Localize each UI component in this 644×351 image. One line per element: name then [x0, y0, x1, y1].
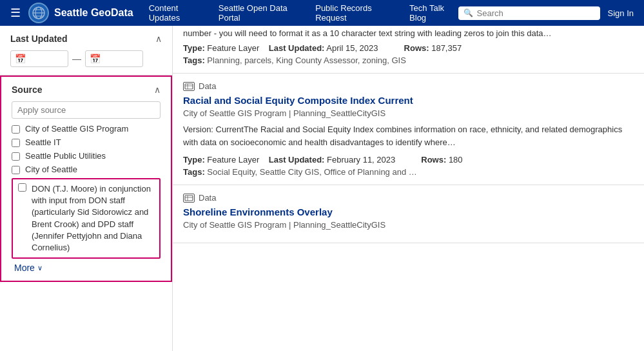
source-city-label: City of Seattle — [25, 165, 77, 174]
nav-tech-talk[interactable]: Tech Talk Blog — [409, 3, 458, 23]
checkbox-spu[interactable] — [12, 152, 20, 161]
source-checkbox-spu: Seattle Public Utilities — [12, 151, 161, 161]
more-chevron-icon: ∨ — [37, 264, 43, 272]
svg-rect-5 — [185, 84, 193, 89]
apply-source-input[interactable] — [12, 101, 161, 119]
calendar-to-icon: 📅 — [90, 54, 101, 64]
checkbox-don[interactable] — [18, 183, 26, 192]
search-input[interactable] — [477, 8, 593, 18]
source-spu-label: Seattle Public Utilities — [25, 151, 106, 161]
data-badge-0: Data — [183, 81, 634, 91]
last-updated-chevron[interactable]: ∧ — [155, 34, 162, 44]
updated-value-0: February 11, 2023 — [327, 155, 395, 165]
source-chevron[interactable]: ∧ — [154, 85, 161, 95]
partial-updated-label: Last Updated: — [269, 43, 325, 53]
rows-label-0: Rows: — [421, 155, 446, 165]
source-gis-label: City of Seattle GIS Program — [25, 124, 128, 134]
updated-label-0: Last Updated: — [269, 155, 325, 165]
result-card-1: Data Shoreline Environments Overlay City… — [173, 185, 644, 243]
rows-value-0: 180 — [449, 155, 463, 165]
last-updated-title: Last Updated — [10, 34, 68, 44]
result-source-0: City of Seattle GIS Program | Planning_S… — [183, 108, 634, 118]
checkbox-city[interactable] — [12, 166, 20, 174]
partial-rows: Rows: 187,357 — [404, 43, 462, 53]
partial-type-label: Type: — [183, 43, 205, 53]
result-source-1: City of Seattle GIS Program | Planning_S… — [183, 220, 634, 230]
nav-open-data[interactable]: Seattle Open Data Portal — [219, 3, 302, 23]
main-nav: Content Updates Seattle Open Data Portal… — [149, 3, 458, 23]
partial-rows-value: 187,357 — [431, 43, 462, 53]
source-checkbox-gis: City of Seattle GIS Program — [12, 124, 161, 134]
sign-in-link[interactable]: Sign In — [608, 8, 634, 18]
sidebar: Last Updated ∧ 📅 — 📅 Source ∧ — [0, 26, 173, 351]
partial-tags-label: Tags: — [183, 55, 205, 65]
result-meta-0: Type: Feature Layer Last Updated: Februa… — [183, 155, 634, 165]
search-icon: 🔍 — [463, 8, 473, 17]
source-it-label: Seattle IT — [25, 137, 61, 147]
source-header: Source ∧ — [12, 85, 161, 95]
result-meta-right-0: Rows: 180 — [421, 155, 462, 165]
source-don-label: DON (T.J. Moore) in conjunction with inp… — [32, 183, 154, 254]
partial-rows-label: Rows: — [404, 43, 429, 53]
checkbox-it[interactable] — [12, 139, 20, 147]
date-separator: — — [72, 54, 81, 64]
site-logo — [28, 3, 49, 23]
hamburger-icon[interactable]: ☰ — [10, 6, 21, 20]
partial-card: number - you will need to format it as a… — [173, 26, 644, 74]
source-checkbox-it: Seattle IT — [12, 137, 161, 147]
date-range: 📅 — 📅 — [10, 50, 162, 67]
data-badge-1: Data — [183, 193, 634, 203]
last-updated-header: Last Updated ∧ — [10, 34, 162, 44]
result-meta-left-0: Type: Feature Layer Last Updated: Februa… — [183, 155, 395, 165]
header: ☰ Seattle GeoData Content Updates Seattl… — [0, 0, 644, 26]
site-title: Seattle GeoData — [54, 7, 133, 19]
result-title-1[interactable]: Shoreline Environments Overlay — [183, 206, 634, 217]
date-to-input[interactable]: 📅 — [85, 50, 143, 67]
tags-value-0: Social Equity, Seattle City GIS, Office … — [207, 167, 416, 177]
source-title: Source — [12, 85, 42, 95]
data-label-1: Data — [199, 193, 216, 203]
nav-content-updates[interactable]: Content Updates — [149, 3, 206, 23]
partial-meta-row: Type: Feature Layer Last Updated: April … — [183, 43, 634, 53]
tags-row-0: Tags: Social Equity, Seattle City GIS, O… — [183, 167, 634, 177]
svg-rect-8 — [185, 196, 193, 201]
search-box[interactable]: 🔍 — [458, 6, 600, 20]
result-title-0[interactable]: Racial and Social Equity Composite Index… — [183, 95, 634, 106]
main-layout: Last Updated ∧ 📅 — 📅 Source ∧ — [0, 26, 644, 351]
calendar-from-icon: 📅 — [15, 54, 26, 64]
date-from-input[interactable]: 📅 — [10, 50, 68, 67]
partial-type-value: Feature Layer — [207, 43, 259, 53]
data-icon-0 — [183, 82, 195, 91]
more-link[interactable]: More ∨ — [12, 263, 161, 273]
data-label-0: Data — [199, 81, 216, 91]
tags-label-0: Tags: — [183, 167, 205, 177]
data-icon-1 — [183, 194, 195, 203]
nav-public-records[interactable]: Public Records Request — [315, 3, 396, 23]
content-area: number - you will need to format it as a… — [173, 26, 644, 351]
logo-area: Seattle GeoData — [28, 3, 133, 23]
partial-updated-value: April 15, 2023 — [326, 43, 378, 53]
type-value-0: Feature Layer — [207, 155, 259, 165]
result-desc-0: Version: CurrentThe Racial and Social Eq… — [183, 123, 634, 148]
source-section: Source ∧ City of Seattle GIS Program Sea… — [0, 75, 172, 282]
partial-tags: Tags: Planning, parcels, King County Ass… — [183, 55, 634, 65]
partial-type: Type: Feature Layer Last Updated: April … — [183, 43, 378, 53]
partial-tags-value: Planning, parcels, King County Assessor,… — [207, 55, 406, 65]
partial-text: number - you will need to format it as a… — [183, 28, 634, 38]
last-updated-section: Last Updated ∧ 📅 — 📅 — [0, 26, 172, 75]
type-label-0: Type: — [183, 155, 205, 165]
source-don-item: DON (T.J. Moore) in conjunction with inp… — [12, 178, 161, 259]
source-checkbox-city: City of Seattle — [12, 165, 161, 174]
checkbox-gis[interactable] — [12, 125, 20, 134]
header-right: 🔍 Sign In — [458, 6, 634, 20]
more-label: More — [14, 263, 35, 273]
result-card-0: Data Racial and Social Equity Composite … — [173, 74, 644, 185]
